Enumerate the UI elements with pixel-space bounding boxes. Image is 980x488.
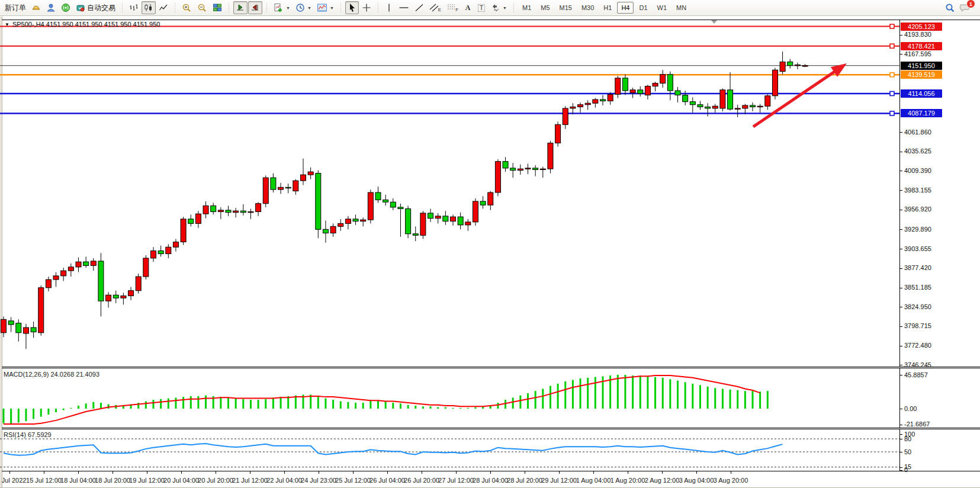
rsi-label: RSI(14) 67.5929: [4, 431, 52, 438]
timeframe-button-w1[interactable]: W1: [653, 2, 671, 14]
price-tick-label: 4009.390: [904, 167, 931, 175]
fibonacci-button[interactable]: F: [444, 1, 461, 14]
indicators-icon: [274, 3, 284, 12]
cursor-icon: [348, 3, 356, 12]
candlestick-chart-button[interactable]: [142, 1, 156, 14]
macd-pane[interactable]: [0, 368, 899, 425]
rsi-pane[interactable]: [0, 430, 899, 471]
timeframe-button-m30[interactable]: M30: [577, 2, 598, 14]
date-label: 29 Jul 12:00: [541, 477, 577, 484]
date-tick: [593, 471, 594, 474]
cursor-button[interactable]: [345, 1, 359, 14]
horizontal-line-button[interactable]: [396, 1, 412, 14]
rsi-splitter[interactable]: [2, 428, 980, 429]
tile-windows-button[interactable]: [210, 1, 224, 14]
chart-title-bar[interactable]: ▼ SP500-,H4 4151.950 4151.950 4151.950 4…: [5, 21, 160, 28]
period-button[interactable]: ▼: [293, 1, 314, 14]
price-tick: [899, 54, 902, 54]
date-label: 26 Jul 20:00: [404, 477, 439, 484]
date-label: 27 Jul 12:00: [438, 477, 474, 484]
crosshair-button[interactable]: [359, 1, 374, 14]
dropdown-caret-icon: ▼: [307, 6, 311, 10]
rsi-axis-tick: [899, 452, 902, 452]
price-tick-label: 3824.950: [904, 303, 931, 311]
date-tick: [696, 471, 697, 474]
text-icon: A: [465, 4, 471, 12]
indicators-button[interactable]: ▼: [271, 1, 293, 14]
auto-scroll-button[interactable]: [233, 1, 248, 14]
text-button[interactable]: A: [461, 1, 474, 14]
gold-ingot-icon[interactable]: [29, 1, 43, 14]
bar-chart-button[interactable]: [127, 1, 141, 14]
price-tick-label: 3798.715: [904, 322, 931, 330]
equidistant-channel-button[interactable]: E: [427, 1, 444, 14]
price-tick: [899, 171, 902, 171]
date-tick: [525, 471, 525, 474]
zoom-in-button[interactable]: [179, 1, 194, 14]
zoom-in-icon: [182, 3, 192, 13]
trader-profile-button[interactable]: [44, 1, 58, 14]
axis-separator[interactable]: [899, 20, 900, 471]
notification-badge: 1: [966, 0, 975, 8]
date-label: 18 Jul 20:00: [95, 477, 130, 484]
arrows-button[interactable]: ▼: [489, 1, 509, 14]
date-tick: [353, 471, 354, 474]
rsi-axis-label: 80: [904, 435, 911, 443]
new-order-button[interactable]: 新订单: [2, 1, 28, 14]
timeframe-button-m1[interactable]: M1: [518, 2, 535, 14]
date-label: 20 Jul 20:00: [198, 477, 233, 484]
trendline-button[interactable]: [412, 1, 426, 14]
date-label: 3 Aug 04:00: [679, 477, 714, 484]
price-tick: [899, 326, 902, 327]
clock-icon: [295, 3, 305, 12]
timeframe-button-m5[interactable]: M5: [536, 2, 554, 14]
macd-axis-tick: [899, 409, 902, 409]
text-label-button[interactable]: T: [475, 1, 488, 14]
date-label: 18 Jul 04:00: [60, 477, 96, 484]
timeframe-button-h1[interactable]: H1: [599, 2, 616, 14]
macd-axis-label: 0.00: [904, 405, 917, 413]
date-label: 22 Jul 04:00: [266, 477, 302, 484]
line-chart-button[interactable]: [156, 1, 171, 14]
timeframe-button-m15[interactable]: M15: [555, 2, 576, 14]
new-order-label: 新订单: [5, 3, 26, 13]
price-tick-label: 4167.595: [904, 50, 931, 58]
date-label: 26 Jul 04:00: [369, 477, 405, 484]
chart-shift-marker-icon[interactable]: [711, 20, 717, 24]
fibonacci-icon: [446, 3, 456, 12]
toolbar-separator: [513, 2, 515, 13]
price-chart-pane[interactable]: [0, 18, 899, 367]
vertical-line-icon: [385, 3, 393, 12]
date-label: 19 Jul 12:00: [129, 477, 165, 484]
channel-icon: [429, 3, 439, 12]
chart-window: ▼ SP500-,H4 4151.950 4151.950 4151.950 4…: [0, 17, 980, 488]
dropdown-caret-icon: ▼: [286, 6, 290, 10]
vertical-line-button[interactable]: [383, 1, 396, 14]
price-tick: [899, 365, 902, 365]
auto-trading-icon: [76, 3, 85, 12]
timeframe-button-mn[interactable]: MN: [672, 2, 690, 14]
fibonacci-letter: F: [455, 7, 458, 12]
macd-axis-label: 45.8857: [904, 371, 928, 379]
price-tick: [899, 346, 902, 346]
price-tick-label: 3772.480: [904, 342, 931, 349]
macd-main-value: 24.0268: [50, 371, 74, 378]
chart-properties-button[interactable]: ▼: [314, 1, 336, 14]
macd-axis-tick: [899, 425, 902, 425]
date-label: 25 Jul 12:00: [335, 477, 371, 484]
signal-icon: [61, 3, 70, 12]
date-tick: [662, 471, 663, 474]
price-tick-label: 3851.185: [904, 284, 931, 291]
auto-trading-button[interactable]: 自动交易: [73, 1, 118, 14]
chart-shift-button[interactable]: [248, 1, 262, 14]
timeframe-button-h4[interactable]: H4: [617, 2, 634, 14]
chart-dropdown-caret-icon[interactable]: ▼: [5, 22, 9, 27]
timeframe-button-d1[interactable]: D1: [635, 2, 651, 14]
price-tick-label: 3956.920: [904, 206, 931, 213]
signals-button[interactable]: [59, 1, 73, 14]
rsi-axis-tick: [899, 467, 902, 468]
zoom-out-button[interactable]: [195, 1, 210, 14]
search-button[interactable]: [943, 1, 957, 14]
date-tick: [628, 471, 628, 474]
notifications-button[interactable]: 1: [957, 1, 973, 14]
